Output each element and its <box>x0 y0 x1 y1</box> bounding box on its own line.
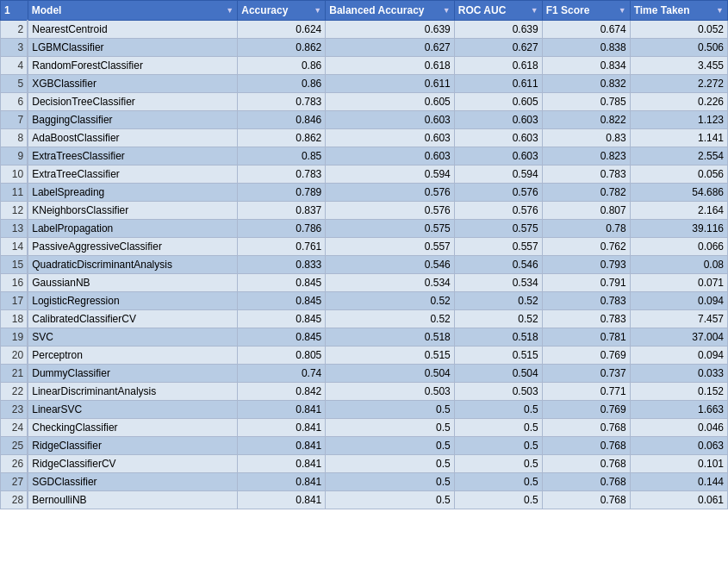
table-row: 10ExtraTreeClassifier0.7830.5940.5940.78… <box>1 165 728 184</box>
sort-icon-balanced-accuracy: ▼ <box>443 6 451 15</box>
cell-f1-score: 0.838 <box>542 39 630 57</box>
cell-model: CalibratedClassifierCV <box>28 310 238 328</box>
cell-roc-auc: 0.611 <box>454 75 542 93</box>
cell-roc-auc: 0.52 <box>454 292 542 310</box>
cell-model: LinearDiscriminantAnalysis <box>28 383 238 401</box>
col-header-time-taken[interactable]: Time Taken ▼ <box>630 1 727 21</box>
cell-time-taken: 0.226 <box>630 93 727 111</box>
table-row: 2NearestCentroid0.6240.6390.6390.6740.05… <box>1 21 728 39</box>
cell-accuracy: 0.624 <box>238 21 326 39</box>
cell-time-taken: 0.033 <box>630 365 727 383</box>
cell-time-taken: 0.094 <box>630 347 727 365</box>
cell-f1-score: 0.832 <box>542 75 630 93</box>
cell-roc-auc: 0.503 <box>454 383 542 401</box>
cell-f1-score: 0.768 <box>542 419 630 437</box>
cell-model: Perceptron <box>28 347 238 365</box>
table-row: 26RidgeClassifierCV0.8410.50.50.7680.101 <box>1 455 728 473</box>
cell-time-taken: 3.455 <box>630 57 727 75</box>
cell-time-taken: 0.08 <box>630 256 727 274</box>
cell-roc-auc: 0.5 <box>454 401 542 419</box>
cell-accuracy: 0.805 <box>238 347 326 365</box>
cell-roc-auc: 0.5 <box>454 473 542 491</box>
cell-f1-score: 0.768 <box>542 491 630 509</box>
cell-rownum: 21 <box>1 365 28 383</box>
cell-rownum: 11 <box>1 184 28 202</box>
cell-roc-auc: 0.594 <box>454 165 542 184</box>
cell-accuracy: 0.833 <box>238 256 326 274</box>
cell-model: LabelPropagation <box>28 220 238 238</box>
cell-f1-score: 0.737 <box>542 365 630 383</box>
table-row: 16GaussianNB0.8450.5340.5340.7910.071 <box>1 274 728 292</box>
cell-time-taken: 0.144 <box>630 473 727 491</box>
cell-model: RidgeClassifier <box>28 437 238 455</box>
cell-balanced-accuracy: 0.639 <box>326 21 455 39</box>
cell-rownum: 4 <box>1 57 28 75</box>
cell-roc-auc: 0.5 <box>454 437 542 455</box>
cell-accuracy: 0.841 <box>238 419 326 437</box>
cell-accuracy: 0.862 <box>238 129 326 147</box>
table-row: 27SGDClassifier0.8410.50.50.7680.144 <box>1 473 728 491</box>
col-header-accuracy[interactable]: Accuracy ▼ <box>238 1 326 21</box>
cell-roc-auc: 0.627 <box>454 39 542 57</box>
cell-accuracy: 0.841 <box>238 473 326 491</box>
cell-balanced-accuracy: 0.503 <box>326 383 455 401</box>
cell-model: LinearSVC <box>28 401 238 419</box>
cell-rownum: 19 <box>1 328 28 347</box>
cell-f1-score: 0.783 <box>542 165 630 184</box>
cell-balanced-accuracy: 0.546 <box>326 256 455 274</box>
cell-accuracy: 0.783 <box>238 93 326 111</box>
cell-rownum: 15 <box>1 256 28 274</box>
cell-time-taken: 1.141 <box>630 129 727 147</box>
cell-balanced-accuracy: 0.534 <box>326 274 455 292</box>
sort-icon-model: ▼ <box>226 6 233 15</box>
col-header-balanced-accuracy[interactable]: Balanced Accuracy ▼ <box>326 1 455 21</box>
cell-roc-auc: 0.639 <box>454 21 542 39</box>
cell-f1-score: 0.785 <box>542 93 630 111</box>
cell-roc-auc: 0.557 <box>454 238 542 256</box>
cell-time-taken: 1.663 <box>630 401 727 419</box>
table-row: 14PassiveAggressiveClassifier0.7610.5570… <box>1 238 728 256</box>
cell-roc-auc: 0.575 <box>454 220 542 238</box>
table-row: 13LabelPropagation0.7860.5750.5750.7839.… <box>1 220 728 238</box>
cell-time-taken: 0.094 <box>630 292 727 310</box>
table-row: 9ExtraTreesClassifier0.850.6030.6030.823… <box>1 147 728 165</box>
cell-model: XGBClassifier <box>28 75 238 93</box>
cell-rownum: 14 <box>1 238 28 256</box>
cell-f1-score: 0.674 <box>542 21 630 39</box>
table-row: 19SVC0.8450.5180.5180.78137.004 <box>1 328 728 347</box>
col-header-model[interactable]: Model ▼ <box>28 1 238 21</box>
col-header-roc-auc[interactable]: ROC AUC ▼ <box>454 1 542 21</box>
cell-balanced-accuracy: 0.594 <box>326 165 455 184</box>
table-row: 25RidgeClassifier0.8410.50.50.7680.063 <box>1 437 728 455</box>
cell-balanced-accuracy: 0.576 <box>326 184 455 202</box>
cell-time-taken: 1.123 <box>630 111 727 129</box>
cell-model: NearestCentroid <box>28 21 238 39</box>
table-row: 28BernoulliNB0.8410.50.50.7680.061 <box>1 491 728 509</box>
cell-accuracy: 0.86 <box>238 57 326 75</box>
sort-icon-roc-auc: ▼ <box>531 6 538 15</box>
cell-rownum: 28 <box>1 491 28 509</box>
cell-f1-score: 0.834 <box>542 57 630 75</box>
cell-balanced-accuracy: 0.618 <box>326 57 455 75</box>
cell-rownum: 3 <box>1 39 28 57</box>
cell-balanced-accuracy: 0.5 <box>326 401 455 419</box>
cell-accuracy: 0.85 <box>238 147 326 165</box>
cell-rownum: 13 <box>1 220 28 238</box>
cell-time-taken: 0.066 <box>630 238 727 256</box>
cell-accuracy: 0.841 <box>238 491 326 509</box>
cell-time-taken: 0.506 <box>630 39 727 57</box>
col-header-f1-score[interactable]: F1 Score ▼ <box>542 1 630 21</box>
cell-model: GaussianNB <box>28 274 238 292</box>
cell-rownum: 9 <box>1 147 28 165</box>
cell-rownum: 23 <box>1 401 28 419</box>
cell-f1-score: 0.807 <box>542 202 630 220</box>
cell-model: ExtraTreesClassifier <box>28 147 238 165</box>
cell-accuracy: 0.842 <box>238 383 326 401</box>
cell-f1-score: 0.768 <box>542 455 630 473</box>
cell-accuracy: 0.862 <box>238 39 326 57</box>
cell-accuracy: 0.846 <box>238 111 326 129</box>
cell-balanced-accuracy: 0.52 <box>326 310 455 328</box>
cell-balanced-accuracy: 0.518 <box>326 328 455 347</box>
cell-balanced-accuracy: 0.611 <box>326 75 455 93</box>
cell-balanced-accuracy: 0.504 <box>326 365 455 383</box>
